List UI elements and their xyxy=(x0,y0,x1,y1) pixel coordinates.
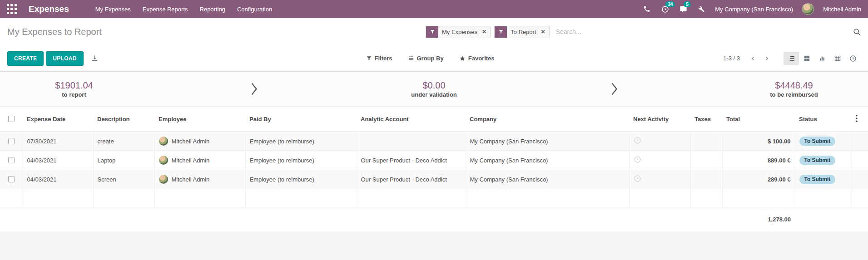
table-row[interactable]: 07/30/2021 create Mitchell Admin Employe… xyxy=(0,132,868,151)
cell-analytic-account: Our Super Product - Deco Addict xyxy=(357,170,466,189)
filters-button[interactable]: Filters xyxy=(366,55,392,62)
header-description[interactable]: Description xyxy=(93,107,154,132)
app-title[interactable]: Expenses xyxy=(29,4,69,14)
stat-label: to report xyxy=(0,91,148,98)
empty-row xyxy=(0,189,868,207)
message-count-badge: 5 xyxy=(684,1,691,7)
facet-remove-icon[interactable]: ✕ xyxy=(540,26,549,38)
activity-view-icon[interactable] xyxy=(845,52,861,65)
cell-employee: Mitchell Admin xyxy=(154,132,245,151)
filters-label: Filters xyxy=(374,55,392,62)
pager-previous-icon[interactable] xyxy=(746,52,760,65)
tools-icon[interactable] xyxy=(697,5,706,14)
cell-paid-by: Employee (to reimburse) xyxy=(245,151,357,170)
cell-trailing xyxy=(852,170,868,189)
star-icon xyxy=(459,55,466,62)
phone-icon[interactable] xyxy=(642,5,651,14)
facet-label: My Expenses xyxy=(438,26,481,38)
status-badge: To Submit xyxy=(799,137,836,146)
table-header-row: Expense Date Description Employee Paid B… xyxy=(0,107,868,132)
cell-employee: Mitchell Admin xyxy=(154,151,245,170)
cell-next-activity xyxy=(629,132,690,151)
stat-amount: $0.00 xyxy=(360,80,508,91)
facet-label: To Report xyxy=(507,26,540,38)
row-checkbox-cell xyxy=(0,151,23,170)
employee-avatar xyxy=(159,156,168,165)
search-facet-to-report[interactable]: To Report ✕ xyxy=(494,26,549,38)
menu-my-expenses[interactable]: My Expenses xyxy=(95,4,131,15)
pager-next-icon[interactable] xyxy=(760,52,774,65)
table-row[interactable]: 04/03/2021 Laptop Mitchell Admin Employe… xyxy=(0,151,868,170)
cell-paid-by: Employee (to reimburse) xyxy=(245,132,357,151)
cell-status: To Submit xyxy=(795,170,852,189)
search-bar: My Expenses ✕ To Report ✕ xyxy=(426,26,861,38)
header-employee[interactable]: Employee xyxy=(154,107,245,132)
group-by-button[interactable]: Group By xyxy=(407,55,443,62)
cell-description: create xyxy=(93,132,154,151)
menu-reporting[interactable]: Reporting xyxy=(200,4,225,15)
list-view-icon[interactable] xyxy=(784,52,799,65)
user-avatar[interactable] xyxy=(802,3,814,15)
next-activity-clock-icon[interactable] xyxy=(634,139,641,146)
optional-columns-icon[interactable] xyxy=(856,117,858,123)
activity-count-badge: 34 xyxy=(665,1,675,7)
cell-company: My Company (San Francisco) xyxy=(466,170,629,189)
cell-expense-date: 04/03/2021 xyxy=(23,151,93,170)
cell-expense-date: 07/30/2021 xyxy=(23,132,93,151)
header-next-activity[interactable]: Next Activity xyxy=(629,107,690,132)
expenses-table: Expense Date Description Employee Paid B… xyxy=(0,107,868,207)
pivot-view-icon[interactable] xyxy=(830,52,845,65)
status-badge: To Submit xyxy=(799,156,836,165)
facet-remove-icon[interactable]: ✕ xyxy=(481,26,490,38)
header-taxes[interactable]: Taxes xyxy=(690,107,722,132)
create-button[interactable]: CREATE xyxy=(7,51,44,66)
search-facet-my-expenses[interactable]: My Expenses ✕ xyxy=(426,26,491,38)
company-switcher[interactable]: My Company (San Francisco) xyxy=(715,6,793,13)
employee-name: Mitchell Admin xyxy=(172,157,210,164)
upload-button[interactable]: UPLOAD xyxy=(46,51,83,66)
apps-grid-icon[interactable] xyxy=(7,4,17,14)
pager-range: 1-3 / 3 xyxy=(723,55,740,62)
cell-status: To Submit xyxy=(795,132,852,151)
header-analytic-account[interactable]: Analytic Account xyxy=(357,107,466,132)
graph-view-icon[interactable] xyxy=(814,52,830,65)
header-status[interactable]: Status xyxy=(795,107,852,132)
chevron-right-icon xyxy=(609,81,619,97)
header-total[interactable]: Total xyxy=(722,107,795,132)
cell-next-activity xyxy=(629,170,690,189)
stat-amount: $4448.49 xyxy=(720,80,868,91)
bottom-background xyxy=(0,231,868,260)
cell-analytic-account: Our Super Product - Deco Addict xyxy=(357,151,466,170)
cell-taxes xyxy=(690,132,722,151)
row-checkbox[interactable] xyxy=(8,157,15,163)
row-checkbox[interactable] xyxy=(8,176,15,182)
favorites-button[interactable]: Favorites xyxy=(459,55,495,62)
row-checkbox[interactable] xyxy=(8,138,15,144)
header-company[interactable]: Company xyxy=(466,107,629,132)
menu-configuration[interactable]: Configuration xyxy=(237,4,272,15)
export-download-icon[interactable] xyxy=(91,54,99,62)
stat-under-validation[interactable]: $0.00 under validation xyxy=(360,80,508,98)
select-all-checkbox[interactable] xyxy=(8,116,15,122)
next-activity-clock-icon[interactable] xyxy=(634,177,641,184)
header-paid-by[interactable]: Paid By xyxy=(245,107,357,132)
cell-description: Screen xyxy=(93,170,154,189)
menu-expense-reports[interactable]: Expense Reports xyxy=(143,4,188,15)
row-checkbox-cell xyxy=(0,132,23,151)
activities-clock-icon[interactable]: 34 xyxy=(660,5,670,14)
header-expense-date[interactable]: Expense Date xyxy=(23,107,93,132)
stat-to-be-reimbursed[interactable]: $4448.49 to be reimbursed xyxy=(720,80,868,98)
search-icon[interactable] xyxy=(853,28,861,36)
status-badge: To Submit xyxy=(799,175,836,184)
cell-taxes xyxy=(690,151,722,170)
user-menu[interactable]: Mitchell Admin xyxy=(823,6,861,13)
search-input[interactable] xyxy=(553,26,850,37)
cell-total: $ 100.00 xyxy=(722,132,795,151)
filter-facet-icon xyxy=(495,26,507,38)
next-activity-clock-icon[interactable] xyxy=(634,158,641,165)
table-footer: 1,278.00 xyxy=(0,207,868,231)
table-row[interactable]: 04/03/2021 Screen Mitchell Admin Employe… xyxy=(0,170,868,189)
messages-icon[interactable]: 5 xyxy=(679,5,688,14)
kanban-view-icon[interactable] xyxy=(799,52,814,65)
stat-to-report[interactable]: $1901.04 to report xyxy=(0,80,148,98)
